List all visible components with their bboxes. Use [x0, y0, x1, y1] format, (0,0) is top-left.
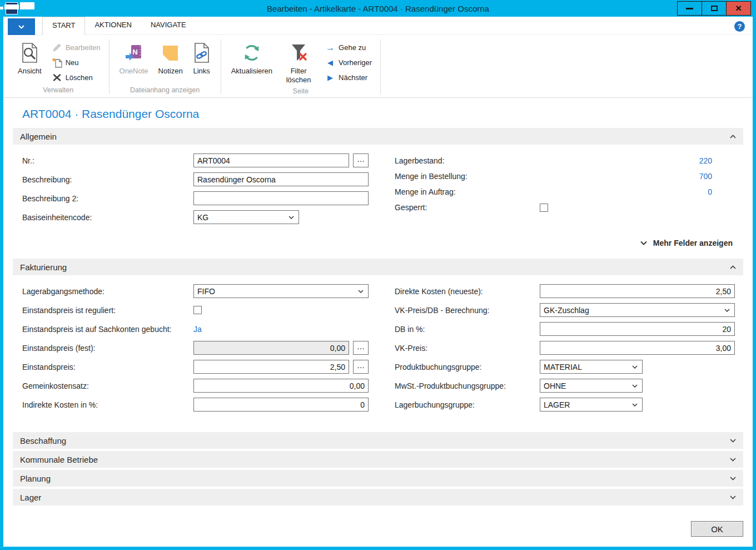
vorheriger-button[interactable]: ◀ Vorheriger	[322, 55, 375, 70]
field-gemeinkostensatz: Gemeinkostensatz:	[22, 378, 378, 393]
gehe-zu-button[interactable]: → Gehe zu	[322, 40, 375, 55]
chevron-down-icon	[730, 496, 736, 499]
produktbuchungsgruppe-select[interactable]: MATERIAL	[540, 360, 643, 374]
mwst-produktbuchungsgruppe-select[interactable]: OHNE	[540, 379, 643, 393]
links-button[interactable]: Links	[188, 38, 216, 77]
loeschen-button[interactable]: Löschen	[49, 70, 104, 85]
neu-button[interactable]: Neu	[49, 55, 104, 70]
window-title: Bearbeiten - Artikelkarte - ART0004 · Ra…	[267, 4, 489, 13]
section-allgemein: Allgemein Nr.: … Beschreibung:	[13, 128, 743, 247]
basiseinheitencode-select[interactable]: KG	[193, 210, 299, 224]
notizen-button[interactable]: Notizen	[153, 38, 188, 77]
ansicht-button[interactable]: Ansicht	[13, 38, 47, 77]
gemeinkostensatz-label: Gemeinkostensatz:	[22, 381, 193, 390]
field-vk-preis: VK-Preis:	[395, 340, 735, 355]
clear-filter-icon	[289, 39, 309, 67]
einstandspreis-reguliert-label: Einstandspreis ist reguliert:	[22, 306, 193, 315]
chevron-down-icon	[730, 439, 736, 443]
field-sachkonten-gebucht: Einstandspreis ist auf Sachkonten gebuch…	[22, 321, 378, 336]
beschreibung2-input[interactable]	[193, 191, 369, 205]
einstandspreis-fest-input[interactable]	[193, 341, 349, 355]
vk-preis-input[interactable]	[540, 341, 735, 355]
section-header-beschaffung[interactable]: Beschaffung	[13, 432, 743, 449]
group-label-dateianhang: Dateianhang anzeigen	[111, 85, 220, 97]
ribbon: Ansicht Bearbeiten	[3, 35, 753, 98]
tab-start[interactable]: START	[42, 17, 85, 35]
field-direkte-kosten: Direkte Kosten (neueste):	[395, 284, 735, 299]
section-header-kommunale-betriebe[interactable]: Kommunale Betriebe	[13, 451, 743, 468]
nr-assist-button[interactable]: …	[353, 153, 369, 167]
ribbon-separator	[380, 39, 381, 94]
bearbeiten-button[interactable]: Bearbeiten	[49, 40, 104, 55]
field-beschreibung: Beschreibung:	[22, 172, 378, 187]
lagerabgangsmethode-select[interactable]: FIFO	[193, 284, 369, 298]
titlebar: Bearbeiten - Artikelkarte - ART0004 · Ra…	[0, 0, 756, 17]
chevron-down-icon	[632, 384, 638, 388]
section-header-lager[interactable]: Lager	[13, 489, 743, 506]
minimize-icon	[686, 8, 693, 9]
field-einstandspreis: Einstandspreis: …	[22, 359, 378, 374]
close-button[interactable]: ×	[726, 1, 751, 16]
field-vk-preis-db-berechnung: VK-Preis/DB - Berechnung: GK-Zuschlag	[395, 303, 735, 318]
indirekte-kosten-label: Indirekte Kosten in %:	[22, 400, 193, 409]
lagerabgangsmethode-label: Lagerabgangsmethode:	[22, 287, 193, 296]
chevron-down-icon	[632, 403, 638, 407]
produktbuchungsgruppe-label: Produktbuchungsgruppe:	[395, 363, 540, 371]
link-document-icon	[193, 39, 211, 67]
gemeinkostensatz-input[interactable]	[193, 379, 369, 393]
onenote-icon: N	[125, 39, 143, 67]
view-document-icon	[20, 39, 39, 67]
einstandspreis-label: Einstandspreis:	[22, 363, 193, 371]
beschreibung-input[interactable]	[193, 172, 369, 186]
svg-text:N: N	[132, 48, 137, 56]
sachkonten-gebucht-value[interactable]: Ja	[193, 325, 202, 334]
lagerbuchungsgruppe-select[interactable]: LAGER	[540, 398, 643, 412]
field-menge-in-bestellung: Menge in Bestellung: 700	[395, 169, 735, 184]
lagerbestand-value[interactable]: 220	[540, 156, 712, 165]
chevron-up-icon	[730, 135, 736, 138]
nr-input[interactable]	[193, 153, 349, 167]
einstandspreis-reguliert-checkbox[interactable]	[193, 306, 202, 314]
help-icon[interactable]: ?	[734, 21, 745, 32]
application-menu-button[interactable]	[8, 18, 35, 35]
group-label-seite: Seite	[222, 86, 379, 98]
field-einstandspreis-fest: Einstandspreis (fest): …	[22, 340, 378, 355]
ok-button[interactable]: OK	[691, 521, 743, 537]
menge-in-auftrag-label: Menge in Auftrag:	[395, 187, 540, 196]
mehr-felder-anzeigen-link[interactable]: Mehr Felder anzeigen	[13, 239, 733, 247]
menge-in-auftrag-value[interactable]: 0	[540, 187, 712, 196]
vk-preis-db-berechnung-select[interactable]: GK-Zuschlag	[540, 303, 735, 317]
db-in-prozent-input[interactable]	[540, 322, 735, 336]
minimize-button[interactable]	[677, 1, 702, 16]
tab-aktionen[interactable]: AKTIONEN	[85, 17, 141, 34]
filter-loeschen-button[interactable]: Filter löschen	[277, 38, 320, 86]
tab-navigate[interactable]: NAVIGATE	[141, 17, 196, 34]
indirekte-kosten-input[interactable]	[193, 398, 369, 412]
section-header-planung[interactable]: Planung	[13, 470, 743, 487]
db-in-prozent-label: DB in %:	[395, 325, 540, 334]
field-mwst-produktbuchungsgruppe: MwSt.-Produktbuchungsgruppe: OHNE	[395, 378, 735, 393]
einstandspreis-assist-button[interactable]: …	[353, 360, 369, 374]
gesperrt-checkbox[interactable]	[540, 204, 548, 212]
field-gesperrt: Gesperrt:	[395, 200, 735, 215]
section-header-fakturierung[interactable]: Fakturierung	[13, 259, 743, 275]
beschreibung-label: Beschreibung:	[22, 175, 193, 184]
ribbon-group-seite: Aktualisieren Filter löschen → Gehe zu	[222, 35, 379, 97]
onenote-button[interactable]: N OneNote	[115, 38, 153, 77]
section-header-allgemein[interactable]: Allgemein	[13, 128, 743, 145]
group-label-verwalten: Verwalten	[9, 85, 108, 97]
einstandspreis-input[interactable]	[193, 360, 349, 374]
field-nr: Nr.: …	[22, 153, 378, 168]
ribbon-tab-row: START AKTIONEN NAVIGATE ?	[3, 17, 753, 35]
maximize-button[interactable]	[702, 1, 727, 16]
chevron-down-icon	[724, 309, 730, 312]
pencil-icon	[52, 43, 62, 52]
menge-in-bestellung-value[interactable]: 700	[540, 172, 712, 181]
ribbon-separator	[221, 39, 221, 94]
app-window: Bearbeiten - Artikelkarte - ART0004 · Ra…	[0, 0, 756, 550]
naechster-button[interactable]: ▶ Nächster	[322, 70, 375, 85]
direkte-kosten-input[interactable]	[540, 284, 735, 298]
einstandspreis-fest-assist-button[interactable]: …	[353, 341, 369, 355]
aktualisieren-button[interactable]: Aktualisieren	[226, 38, 277, 77]
chevron-down-icon	[730, 458, 736, 462]
